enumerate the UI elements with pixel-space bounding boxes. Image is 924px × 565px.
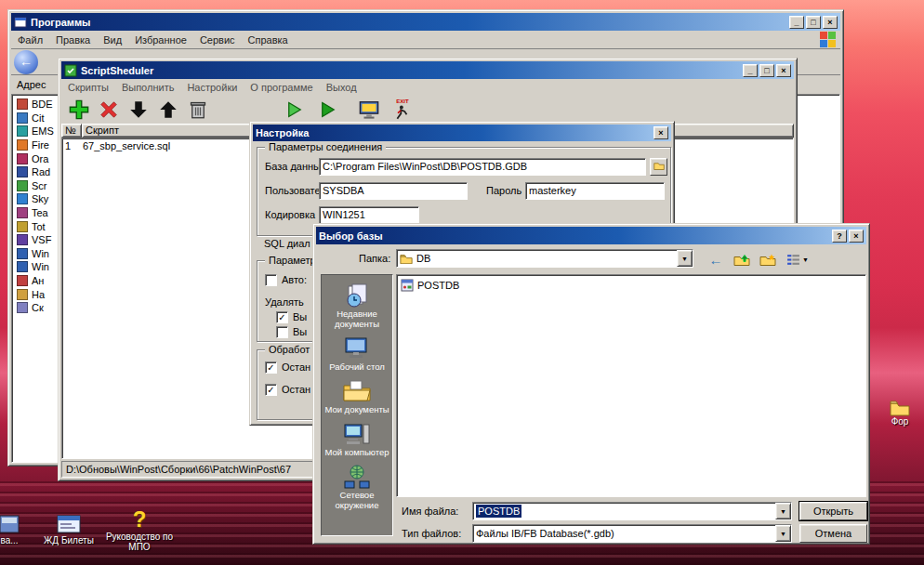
cancel-button[interactable]: Отмена xyxy=(799,524,867,543)
programs-titlebar[interactable]: Программы _ □ × xyxy=(11,13,840,31)
browse-database-button[interactable] xyxy=(650,158,667,176)
desktop-icon-for[interactable]: Фор xyxy=(876,400,924,427)
filetype-combobox[interactable]: Файлы IB/FB Database(*.gdb) ▼ xyxy=(472,524,792,543)
move-up-button[interactable] xyxy=(156,98,180,122)
red-x-icon xyxy=(99,99,119,120)
app-icon xyxy=(17,99,28,110)
desktop-icon-label: Руководство по МПО xyxy=(104,532,175,552)
menu-tools[interactable]: Сервис xyxy=(193,33,242,47)
list-item-label: Cit xyxy=(32,112,44,124)
scriptsheduler-titlebar[interactable]: ScriptSheduler _ □ × xyxy=(61,61,794,79)
column-script[interactable]: Скрипт xyxy=(82,124,258,138)
exit-button[interactable]: EXIT xyxy=(390,98,415,122)
app-icon xyxy=(17,112,28,124)
view-menu-button[interactable]: ▼ xyxy=(783,249,812,269)
delete-option2-checkbox[interactable] xyxy=(276,326,288,338)
help-button[interactable]: ? xyxy=(832,230,847,243)
delete-option1-checkbox[interactable]: ✓ xyxy=(276,311,288,323)
dropdown-arrow-icon[interactable]: ▼ xyxy=(775,503,791,519)
run-script-button[interactable] xyxy=(283,98,307,122)
place-my-computer[interactable]: Мой компьютер xyxy=(322,421,392,457)
minimize-button[interactable]: _ xyxy=(743,64,758,77)
close-button[interactable]: × xyxy=(823,16,838,29)
settings-titlebar[interactable]: Настройка × xyxy=(253,125,671,141)
move-down-button[interactable] xyxy=(126,98,151,122)
menu-help[interactable]: Справка xyxy=(242,33,295,47)
menu-file[interactable]: Файл xyxy=(11,33,49,47)
close-button[interactable]: × xyxy=(653,126,668,139)
maximize-button[interactable]: □ xyxy=(806,16,821,29)
auto-checkbox[interactable] xyxy=(265,274,277,286)
menu-run[interactable]: Выполнить xyxy=(115,80,180,95)
add-script-button[interactable] xyxy=(67,98,91,122)
file-dialog-titlebar[interactable]: Выбор базы ? × xyxy=(316,227,866,244)
folder-icon xyxy=(400,254,413,264)
password-field[interactable]: masterkey xyxy=(525,182,665,200)
place-my-documents[interactable]: Мои документы xyxy=(322,378,392,414)
windows-logo-icon xyxy=(820,32,836,47)
desktop-icon-guide[interactable]: ? Руководство по МПО xyxy=(104,507,175,552)
dropdown-arrow-icon[interactable]: ▼ xyxy=(775,525,791,542)
scriptsheduler-title-icon xyxy=(64,64,77,77)
menu-view[interactable]: Вид xyxy=(97,33,128,47)
place-recent-documents[interactable]: Недавние документы xyxy=(322,282,392,329)
desktop-icon-partial[interactable]: ва... xyxy=(0,513,30,545)
back-button[interactable]: ← xyxy=(14,50,38,74)
processing-group-legend: Обработ xyxy=(265,344,313,355)
open-button[interactable]: Открыть xyxy=(799,502,867,520)
filename-value: POSTDB xyxy=(476,505,521,518)
list-item-label: Tea xyxy=(32,207,48,218)
encoding-field[interactable]: WIN1251 xyxy=(319,206,419,224)
database-file-icon xyxy=(401,279,414,292)
app-icon xyxy=(17,207,28,218)
about-button[interactable] xyxy=(357,98,381,122)
list-item-label: Tot xyxy=(32,221,46,232)
up-folder-button[interactable] xyxy=(731,249,753,269)
folder-combobox[interactable]: DB ▼ xyxy=(396,249,693,268)
clear-all-button[interactable] xyxy=(186,98,210,122)
desktop-icon-zd-tickets[interactable]: ЖД Билеты xyxy=(35,513,102,545)
new-folder-button[interactable] xyxy=(757,249,779,269)
window-title: Настройка xyxy=(256,127,309,138)
run-all-button[interactable] xyxy=(316,98,340,122)
place-desktop[interactable]: Рабочий стол xyxy=(322,335,392,372)
file-item-postdb[interactable]: POSTDB xyxy=(401,279,862,292)
menu-favorites[interactable]: Избранное xyxy=(128,33,193,47)
app-icon xyxy=(17,289,28,300)
menu-edit[interactable]: Правка xyxy=(49,33,97,47)
delete-script-button[interactable] xyxy=(97,98,121,122)
close-button[interactable]: × xyxy=(849,230,864,243)
filename-combobox[interactable]: POSTDB ▼ xyxy=(472,502,792,520)
database-label: База данных xyxy=(265,161,326,172)
programs-menubar: Файл Правка Вид Избранное Сервис Справка xyxy=(11,31,840,49)
menu-exit[interactable]: Выход xyxy=(320,80,363,95)
stop2-checkbox[interactable]: ✓ xyxy=(265,384,277,396)
encoding-label: Кодировка xyxy=(265,209,315,220)
stop1-checkbox[interactable]: ✓ xyxy=(265,361,277,374)
window-buttons: _ □ × xyxy=(789,16,838,29)
database-field[interactable]: C:\Program Files\WinPost\DB\POSTDB.GDB xyxy=(319,158,646,176)
place-network[interactable]: Сетевое окружение xyxy=(322,464,392,510)
folder-icon xyxy=(890,400,910,416)
params-group-legend: Параметр xyxy=(265,255,320,266)
plus-icon xyxy=(69,99,89,120)
scriptsheduler-menubar: Скрипты Выполнить Настройки О программе … xyxy=(61,79,794,96)
user-field[interactable]: SYSDBA xyxy=(319,182,468,200)
desktop-icon-label: Фор xyxy=(891,416,909,427)
maximize-button[interactable]: □ xyxy=(759,64,774,77)
menu-about[interactable]: О программе xyxy=(244,80,319,95)
column-number[interactable]: № xyxy=(61,124,82,138)
folder-icon xyxy=(653,161,665,170)
app-icon xyxy=(17,261,28,272)
app-icon xyxy=(17,139,28,151)
menu-scripts[interactable]: Скрипты xyxy=(61,80,115,95)
tickets-icon xyxy=(57,513,81,535)
dropdown-arrow-icon[interactable]: ▼ xyxy=(677,250,693,267)
window-buttons: ? × xyxy=(832,230,864,243)
minimize-button[interactable]: _ xyxy=(789,16,804,29)
app-icon xyxy=(17,221,28,232)
menu-settings[interactable]: Настройки xyxy=(180,80,244,95)
close-button[interactable]: × xyxy=(776,64,791,77)
file-list[interactable]: POSTDB xyxy=(396,274,866,497)
back-nav-button[interactable]: ← xyxy=(705,249,727,269)
